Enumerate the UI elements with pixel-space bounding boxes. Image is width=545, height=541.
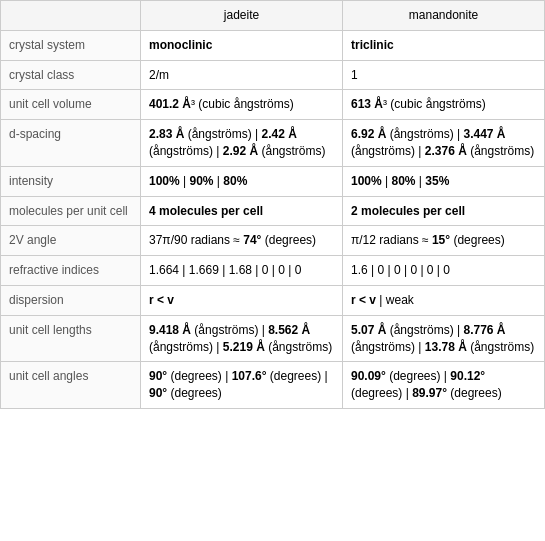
table-row: unit cell lengths9.418 Å (ångströms) | 8… <box>1 315 545 362</box>
row-col3-value: π/12 radians ≈ 15° (degrees) <box>343 226 545 256</box>
row-label: molecules per unit cell <box>1 196 141 226</box>
row-label: refractive indices <box>1 256 141 286</box>
row-col2-value: 9.418 Å (ångströms) | 8.562 Å (ångströms… <box>141 315 343 362</box>
row-col3-value: 2 molecules per cell <box>343 196 545 226</box>
header-jadeite: jadeite <box>141 1 343 31</box>
row-col3-value: 100% | 80% | 35% <box>343 166 545 196</box>
row-label: unit cell angles <box>1 362 141 409</box>
table-row: dispersionr < vr < v | weak <box>1 285 545 315</box>
header-manandonite: manandonite <box>343 1 545 31</box>
row-label: d-spacing <box>1 120 141 167</box>
row-col3-value: r < v | weak <box>343 285 545 315</box>
row-col2-value: 401.2 Å³ (cubic ångströms) <box>141 90 343 120</box>
table-row: d-spacing2.83 Å (ångströms) | 2.42 Å (ån… <box>1 120 545 167</box>
row-col3-value: triclinic <box>343 30 545 60</box>
row-label: 2V angle <box>1 226 141 256</box>
row-col3-value: 6.92 Å (ångströms) | 3.447 Å (ångströms)… <box>343 120 545 167</box>
row-col2-value: 37π/90 radians ≈ 74° (degrees) <box>141 226 343 256</box>
row-col2-value: 2/m <box>141 60 343 90</box>
table-row: 2V angle37π/90 radians ≈ 74° (degrees)π/… <box>1 226 545 256</box>
row-label: unit cell lengths <box>1 315 141 362</box>
table-row: crystal class2/m1 <box>1 60 545 90</box>
row-col2-value: r < v <box>141 285 343 315</box>
row-col2-value: 90° (degrees) | 107.6° (degrees) | 90° (… <box>141 362 343 409</box>
row-label: crystal class <box>1 60 141 90</box>
row-label: unit cell volume <box>1 90 141 120</box>
table-row: refractive indices1.664 | 1.669 | 1.68 |… <box>1 256 545 286</box>
row-label: intensity <box>1 166 141 196</box>
row-col2-value: monoclinic <box>141 30 343 60</box>
row-col3-value: 1 <box>343 60 545 90</box>
row-label: crystal system <box>1 30 141 60</box>
row-col3-value: 90.09° (degrees) | 90.12° (degrees) | 89… <box>343 362 545 409</box>
table-row: intensity100% | 90% | 80%100% | 80% | 35… <box>1 166 545 196</box>
comparison-table: jadeite manandonite crystal systemmonocl… <box>0 0 545 409</box>
row-col2-value: 100% | 90% | 80% <box>141 166 343 196</box>
row-col2-value: 1.664 | 1.669 | 1.68 | 0 | 0 | 0 <box>141 256 343 286</box>
table-row: unit cell volume401.2 Å³ (cubic ångström… <box>1 90 545 120</box>
row-col2-value: 2.83 Å (ångströms) | 2.42 Å (ångströms) … <box>141 120 343 167</box>
row-col2-value: 4 molecules per cell <box>141 196 343 226</box>
row-col3-value: 5.07 Å (ångströms) | 8.776 Å (ångströms)… <box>343 315 545 362</box>
row-label: dispersion <box>1 285 141 315</box>
table-row: crystal systemmonoclinictriclinic <box>1 30 545 60</box>
header-property <box>1 1 141 31</box>
row-col3-value: 613 Å³ (cubic ångströms) <box>343 90 545 120</box>
row-col3-value: 1.6 | 0 | 0 | 0 | 0 | 0 <box>343 256 545 286</box>
table-row: unit cell angles90° (degrees) | 107.6° (… <box>1 362 545 409</box>
table-row: molecules per unit cell4 molecules per c… <box>1 196 545 226</box>
